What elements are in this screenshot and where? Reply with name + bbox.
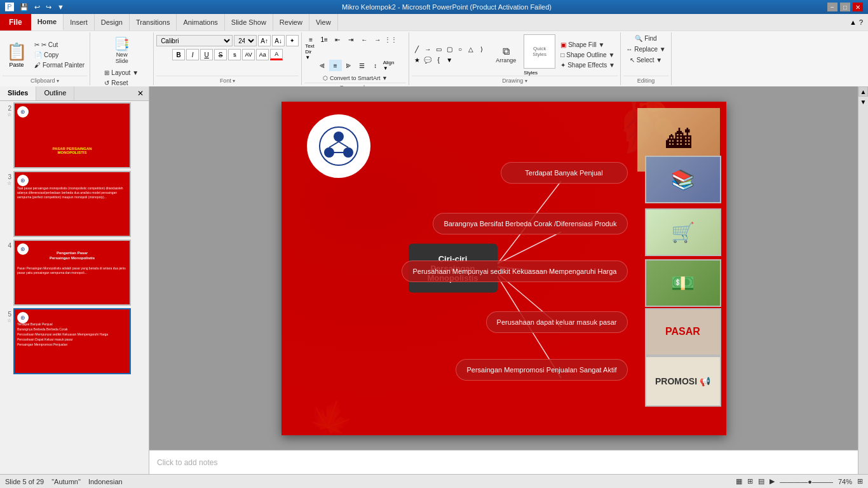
font-color-button[interactable]: A [270,49,283,60]
shape-effects-button[interactable]: ✦ Shape Effects ▼ [558,60,618,70]
slide-box-4[interactable]: Perusahaan dapat keluar masuk pasar [486,311,628,333]
text-direction-button[interactable]: Text Dir ▼ [304,46,317,57]
tab-insert[interactable]: Insert [64,14,95,30]
cut-button[interactable]: ✂ ✂ Cut [32,40,87,50]
font-size-select[interactable]: 24 [234,35,257,46]
find-button[interactable]: 🔍 Find [632,34,659,43]
ellipse-btn[interactable]: ○ [455,44,465,55]
arrange-button[interactable]: ⧉ Arrange [491,38,521,71]
chevron-btn[interactable]: ⟩ [477,44,487,55]
replace-button[interactable]: ↔ Replace ▼ [623,44,668,54]
slide-thumb-2[interactable]: ⊛ PASAR PERSAINGAN MONOPOLISTIS [13,102,131,168]
paste-button[interactable]: 📋 Paste [3,36,31,74]
tab-home[interactable]: Home [31,14,64,30]
slide-item-4[interactable]: 4 ⊛ Pengertian Pasar Persaingan Monopoli… [0,238,149,307]
align-text-button[interactable]: Align ▼ [383,60,395,71]
slide-canvas[interactable]: 🍂 🍁 🏙 [281,102,726,435]
svg-line-5 [339,142,348,147]
tab-slideshow[interactable]: Slide Show [225,14,273,30]
columns-button[interactable]: ⋮⋮ [384,34,397,45]
slide-item-5[interactable]: 5 ☆ ⊛ Terdapat Banyak Penjual Barangnya … [0,307,149,376]
slide-thumb-5[interactable]: ⊛ Terdapat Banyak Penjual Barangnya Berb… [13,308,131,374]
help-icon[interactable]: ? [859,18,863,26]
tab-design[interactable]: Design [95,14,130,30]
strikethrough-button[interactable]: S [214,49,227,60]
close-button[interactable]: ✕ [853,3,863,11]
convert-smartart-button[interactable]: ⬡ Convert to SmartArt ▼ [320,74,390,83]
undo-icon[interactable]: ↩ [32,3,42,12]
numbered-list-button[interactable]: 1≡ [318,34,330,45]
clear-format-button[interactable]: ✦ [286,35,299,46]
star-btn[interactable]: ★ [412,55,422,65]
align-center-button[interactable]: ≡ [329,60,342,71]
select-button[interactable]: ↖ Select ▼ [627,55,665,65]
scroll-up-button[interactable]: ▲ [858,86,868,97]
view-slide-sorter-button[interactable]: ⊞ [747,477,753,485]
tab-animations[interactable]: Animations [177,14,224,30]
view-reading-button[interactable]: ▤ [758,477,764,485]
bold-button[interactable]: B [172,49,185,60]
fit-button[interactable]: ⊞ [857,477,863,485]
shape-fill-button[interactable]: ▣ Shape Fill ▼ [558,40,618,50]
slide-canvas-wrap[interactable]: 🍂 🍁 🏙 [149,86,858,450]
line-shape-btn[interactable]: ╱ [412,44,422,55]
italic-button[interactable]: I [186,49,199,60]
panel-close-button[interactable]: ✕ [132,86,149,100]
ltr-button[interactable]: → [371,34,384,45]
shape-outline-button[interactable]: □ Shape Outline ▼ [558,50,618,60]
ribbon-collapse-btn[interactable]: ▲ [850,18,857,26]
save-icon[interactable]: 💾 [18,3,31,12]
increase-font-button[interactable]: A↑ [258,35,271,46]
increase-indent-button[interactable]: ⇥ [344,34,357,45]
copy-button[interactable]: 📄 Copy [32,50,87,60]
font-name-select[interactable]: Calibri [156,35,233,46]
line-spacing-button[interactable]: ↕ [369,60,382,71]
new-slide-button[interactable]: 📑 NewSlide [109,34,135,67]
underline-button[interactable]: U [200,49,213,60]
tab-view[interactable]: View [309,14,338,30]
scroll-down-button[interactable]: ▼ [858,97,868,107]
format-painter-button[interactable]: 🖌 Format Painter [32,60,87,70]
minimize-button[interactable]: − [827,3,837,11]
decrease-indent-button[interactable]: ⇤ [331,34,344,45]
view-normal-button[interactable]: ▦ [736,477,742,485]
slide-thumb-4[interactable]: ⊛ Pengertian Pasar Persaingan Monopolist… [13,240,131,306]
decrease-font-button[interactable]: A↓ [272,35,285,46]
slide-item-2[interactable]: 2 ☆ ⊛ PASAR PERSAINGAN MONOPOLISTIS [0,101,149,170]
align-right-button[interactable]: ⫸ [342,60,355,71]
rect-shape-btn[interactable]: ▭ [433,44,444,55]
brace-btn[interactable]: { [433,55,444,65]
quick-access-more-icon[interactable]: ▼ [55,3,66,12]
notes-area[interactable]: Click to add notes [149,450,858,474]
round-rect-btn[interactable]: ▢ [444,44,454,55]
right-scrollbar[interactable]: ▲ ▼ [858,86,868,474]
justify-button[interactable]: ☰ [356,60,369,71]
slide-box-3[interactable]: Perusahaan Mempunyai sedikit Kekuasaan M… [402,261,627,282]
font-spacing-button[interactable]: AV [242,49,255,60]
tab-review[interactable]: Review [273,14,309,30]
layout-button[interactable]: ⊞ Layout ▼ [102,68,142,78]
more-shapes-btn[interactable]: ▼ [444,55,454,65]
slides-tab[interactable]: Slides [0,86,36,100]
file-tab[interactable]: File [0,14,31,30]
rtl-button[interactable]: ← [358,34,370,45]
maximize-button[interactable]: □ [840,3,850,11]
slide-thumb-3[interactable]: ⊛ Taat pasar persaingan monopolistis (mo… [13,171,131,237]
paste-label: Paste [9,62,24,68]
zoom-slider[interactable]: ————●——— [780,478,833,485]
align-left-button[interactable]: ⫷ [316,60,329,71]
tab-transitions[interactable]: Transitions [130,14,177,30]
slide-box-1[interactable]: Terdapat Banyak Penjual [501,162,628,184]
slide-box-5[interactable]: Persaingan Mempromosi Penjualan Sangat A… [456,359,627,381]
outline-tab[interactable]: Outline [36,86,74,100]
redo-icon[interactable]: ↪ [44,3,53,12]
callout-btn[interactable]: 💬 [423,55,433,65]
slide-item-3[interactable]: 3 ☆ ⊛ Taat pasar persaingan monopolistis… [0,170,149,238]
triangle-btn[interactable]: △ [466,44,476,55]
arrow-shape-btn[interactable]: → [423,44,433,55]
view-slideshow-button[interactable]: ▶ [770,477,775,485]
quick-styles-button[interactable]: QuickStyles [524,34,555,69]
shadow-button[interactable]: s [228,49,241,60]
slide-box-2[interactable]: Barangnya Bersifat Berbeda Corak /Difere… [433,213,627,234]
change-case-button[interactable]: Aa [256,49,269,60]
